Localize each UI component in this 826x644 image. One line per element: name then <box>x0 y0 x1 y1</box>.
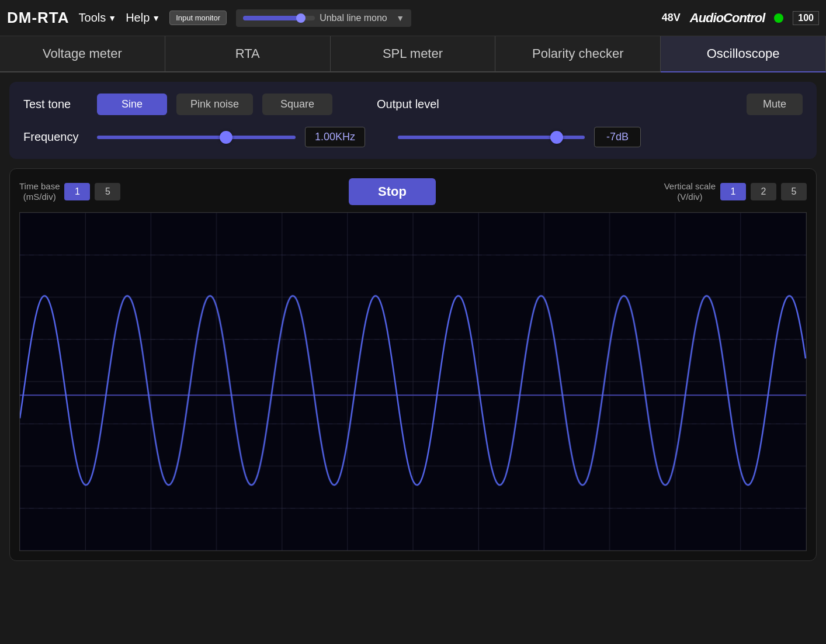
level-box: 100 <box>793 11 819 25</box>
level-slider-thumb[interactable] <box>550 131 563 144</box>
brand-logo: AudioControl <box>690 11 765 26</box>
app-title: DM-RTA <box>7 9 70 27</box>
osc-stop-center: Stop <box>120 178 664 205</box>
time-base-group: Time base(mS/div) 1 5 <box>19 181 120 202</box>
vertical-scale-1-button[interactable]: 1 <box>720 183 746 200</box>
pink-noise-button[interactable]: Pink noise <box>176 94 253 115</box>
time-base-1-button[interactable]: 1 <box>64 183 90 200</box>
mute-button[interactable]: Mute <box>747 94 803 115</box>
input-signal-label: Unbal line mono <box>320 13 391 23</box>
main-content: Test tone Sine Pink noise Square Output … <box>0 72 826 570</box>
help-menu[interactable]: Help ▼ <box>126 11 160 25</box>
tab-bar: Voltage meter RTA SPL meter Polarity che… <box>0 36 826 72</box>
frequency-slider[interactable] <box>97 130 296 144</box>
sine-button[interactable]: Sine <box>97 94 167 115</box>
status-indicator <box>774 13 783 23</box>
top-bar: DM-RTA Tools ▼ Help ▼ Input monitor Unba… <box>0 0 826 36</box>
tools-dropdown-arrow: ▼ <box>108 13 116 23</box>
time-base-label: Time base(mS/div) <box>19 181 60 202</box>
time-base-5-button[interactable]: 5 <box>95 183 120 200</box>
oscilloscope-panel: Time base(mS/div) 1 5 Stop Vertical scal… <box>9 168 817 561</box>
input-monitor-button[interactable]: Input monitor <box>169 11 227 26</box>
phantom-power: 48V <box>662 12 681 24</box>
frequency-label: Frequency <box>23 130 88 144</box>
vertical-scale-5-button[interactable]: 5 <box>781 183 807 200</box>
help-dropdown-arrow: ▼ <box>152 13 160 23</box>
test-tone-panel: Test tone Sine Pink noise Square Output … <box>9 82 817 159</box>
vertical-scale-group: Vertical scale(V/div) 1 2 5 <box>664 181 807 202</box>
tab-polarity-checker[interactable]: Polarity checker <box>495 36 661 72</box>
tab-oscilloscope[interactable]: Oscilloscope <box>661 36 826 72</box>
stop-button[interactable]: Stop <box>349 178 436 205</box>
frequency-slider-thumb[interactable] <box>220 131 232 144</box>
tab-voltage-meter[interactable]: Voltage meter <box>0 36 165 72</box>
input-slider-thumb[interactable] <box>296 13 306 23</box>
osc-controls: Time base(mS/div) 1 5 Stop Vertical scal… <box>19 178 807 205</box>
tab-spl-meter[interactable]: SPL meter <box>331 36 496 72</box>
tools-menu[interactable]: Tools ▼ <box>79 11 117 25</box>
frequency-display: 1.00KHz <box>305 127 365 147</box>
vertical-scale-2-button[interactable]: 2 <box>751 183 776 200</box>
oscilloscope-display <box>19 212 807 551</box>
level-slider[interactable] <box>398 130 585 144</box>
frequency-row: Frequency 1.00KHz -7dB <box>23 127 803 147</box>
oscilloscope-canvas <box>20 213 806 550</box>
vertical-scale-label: Vertical scale(V/div) <box>664 181 716 202</box>
square-button[interactable]: Square <box>262 94 332 115</box>
output-level-label: Output level <box>377 98 439 111</box>
tab-rta[interactable]: RTA <box>165 36 331 72</box>
input-dropdown-arrow[interactable]: ▼ <box>396 13 404 23</box>
test-tone-label: Test tone <box>23 98 88 111</box>
level-display: -7dB <box>594 127 641 147</box>
tone-type-row: Test tone Sine Pink noise Square Output … <box>23 94 803 115</box>
